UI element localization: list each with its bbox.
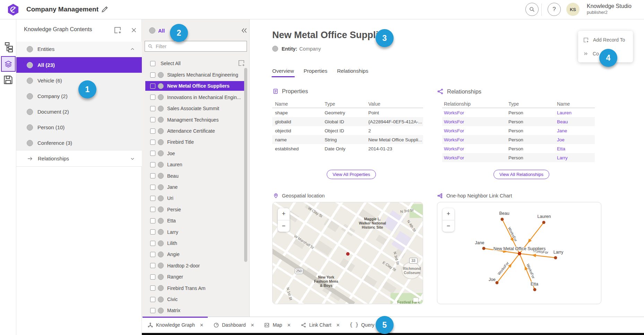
bottom-tab-dashboard[interactable]: Dashboard✕ [213,317,254,333]
item-checkbox[interactable] [150,106,155,111]
entity-type-row[interactable]: Person (10) [16,120,142,135]
list-item[interactable]: Angie [145,249,245,259]
select-all-checkbox[interactable] [150,61,155,66]
neighbor-node[interactable] [501,218,504,221]
all-radio[interactable] [149,27,155,34]
scrollbar[interactable] [244,68,247,262]
list-item[interactable]: Lilith [145,238,245,248]
entities-header[interactable]: Entities [16,42,142,57]
record-link[interactable]: Etta [557,146,565,151]
entity-type-row[interactable]: Document (2) [16,104,142,120]
item-checkbox[interactable] [150,196,155,201]
neighbor-node[interactable] [542,221,546,224]
search-icon[interactable] [525,3,539,16]
list-item[interactable]: Innovations in Mechanical Engin... [145,92,245,102]
record-link[interactable]: WorksFor [444,128,464,133]
list-item[interactable]: Etta [145,216,245,226]
item-checkbox[interactable] [150,185,155,190]
layers-icon[interactable] [1,56,16,72]
item-checkbox[interactable] [150,173,155,178]
list-item[interactable]: Joe [145,149,245,158]
entity-type-row[interactable]: Conference (3) [16,135,142,151]
neighbor-node[interactable] [496,281,499,284]
list-item[interactable]: New Metal Office Suppliers [145,81,245,91]
list-item[interactable]: Staplers Mechanical Engineering [145,70,245,80]
relationships-header[interactable]: Relationships [16,151,142,167]
item-checkbox[interactable] [150,297,155,302]
list-item[interactable]: Civic [145,294,245,304]
record-link[interactable]: WorksFor [444,137,464,142]
view-all-properties-button[interactable]: View All Properties [327,170,376,179]
one-hop-link-chart[interactable]: + − WorksForWorksForWorksForWorksForBeau… [437,202,601,304]
item-checkbox[interactable] [150,241,155,246]
add-record-icon[interactable] [113,26,122,34]
record-link[interactable]: WorksFor [444,146,464,151]
list-item[interactable]: Hardtop 2-door [145,261,245,271]
avatar[interactable]: KS [566,3,579,16]
item-checkbox[interactable] [150,117,155,122]
bottom-tab-map[interactable]: Map✕ [264,317,291,333]
filter-input[interactable] [156,44,244,49]
geospatial-map[interactable]: + − W Clay StW Marshall StE Clay StN 3rd… [272,202,423,304]
item-checkbox[interactable] [150,72,155,78]
zoom-in-button[interactable]: + [443,208,454,220]
list-item[interactable]: Jane [145,182,245,192]
save-icon[interactable] [2,74,14,86]
record-link[interactable]: Beau [557,119,568,124]
zoom-in-button[interactable]: + [278,208,290,220]
item-checkbox[interactable] [150,252,155,257]
map-marker[interactable] [346,252,350,256]
list-item[interactable]: Lauren [145,160,245,169]
record-link[interactable]: Larry [557,155,568,160]
neighbor-node[interactable] [482,247,486,250]
neighbor-node[interactable] [533,288,536,291]
tab-properties[interactable]: Properties [304,68,327,77]
chevron-down-icon[interactable] [130,156,135,161]
list-item[interactable]: Persie [145,205,245,214]
help-icon[interactable]: ? [548,3,561,16]
close-icon[interactable]: ✕ [200,323,204,328]
view-all-relationships-button[interactable]: View All Relationships [493,170,549,179]
list-item[interactable]: Firebird Title [145,137,245,147]
select-all-row[interactable]: Select All [142,58,250,69]
list-item[interactable]: Uri [145,193,245,203]
data-model-icon[interactable] [2,41,14,53]
close-icon[interactable]: ✕ [336,323,340,328]
item-checkbox[interactable] [150,151,155,156]
item-checkbox[interactable] [150,274,155,280]
list-item[interactable]: Ranger [145,272,245,282]
tab-relationships[interactable]: Relationships [337,68,368,77]
item-checkbox[interactable] [150,285,155,291]
tab-overview[interactable]: Overview [272,68,294,77]
item-checkbox[interactable] [150,218,155,223]
close-icon[interactable] [130,26,138,34]
item-checkbox[interactable] [150,207,155,212]
close-icon[interactable]: ✕ [250,323,254,328]
map-attribution[interactable] [413,298,419,302]
list-item[interactable]: Beau [145,171,245,181]
item-checkbox[interactable] [150,308,155,313]
collapse-left-icon[interactable] [240,26,248,35]
bottom-tab-knowledge-graph[interactable]: Knowledge Graph✕ [147,317,204,333]
zoom-out-button[interactable]: − [278,220,290,232]
record-link[interactable]: Joe [557,137,565,142]
user-menu[interactable]: Knowledge Studio publisher2 [587,3,632,15]
center-node[interactable] [518,252,521,255]
list-item[interactable]: Larry [145,227,245,237]
list-item[interactable]: Sales Associate Summit [145,104,245,113]
record-link[interactable]: WorksFor [444,155,464,160]
menu-item-add-record-to[interactable]: Add Record To [578,33,633,47]
item-checkbox[interactable] [150,229,155,235]
record-link[interactable]: Lauren [557,110,572,115]
item-checkbox[interactable] [150,162,155,167]
item-checkbox[interactable] [150,83,155,89]
list-item[interactable]: Attendance Certificate [145,126,245,136]
item-checkbox[interactable] [150,129,155,134]
entity-type-row[interactable]: All (23) [16,57,142,73]
record-link[interactable]: WorksFor [444,110,464,115]
item-checkbox[interactable] [150,263,155,268]
item-checkbox[interactable] [150,95,155,100]
list-item[interactable]: Managment Techniques [145,115,245,125]
record-link[interactable]: WorksFor [444,119,464,124]
chevron-up-icon[interactable] [130,47,135,52]
